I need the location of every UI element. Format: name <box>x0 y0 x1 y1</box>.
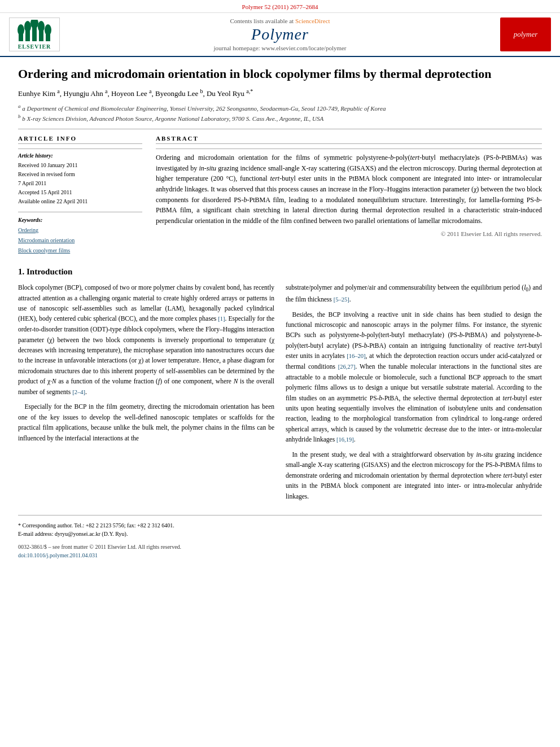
affiliations: a a Department of Chemical and Biomolecu… <box>18 103 542 123</box>
journal-header-center: Contents lists available at ScienceDirec… <box>71 18 489 51</box>
svg-point-9 <box>45 24 51 36</box>
keyword-ordering[interactable]: Ordering <box>18 225 142 235</box>
ref-16-19[interactable]: [16,19] <box>336 436 354 443</box>
intro-para-4: Besides, the BCP involving a reactive un… <box>286 309 542 445</box>
authors-line: Eunhye Kim a, Hyungju Ahn a, Hoyeon Lee … <box>18 88 542 98</box>
intro-col-left: Block copolymer (BCP), composed of two o… <box>18 282 274 506</box>
elsevier-logo: ELSEVIER <box>9 18 60 51</box>
sciencedirect-link-text[interactable]: ScienceDirect <box>295 18 330 24</box>
article-info-heading: ARTICLE INFO <box>18 135 142 144</box>
intro-para-1: Block copolymer (BCP), composed of two o… <box>18 282 274 397</box>
polymer-logo-text: polymer <box>514 30 538 39</box>
abstract-text: Ordering and microdomain orientation for… <box>156 152 542 226</box>
article-info-col: ARTICLE INFO Article history: Received 1… <box>18 135 142 256</box>
article-history: Article history: Received 10 January 201… <box>18 152 142 206</box>
sciencedirect-line: Contents lists available at ScienceDirec… <box>71 18 489 24</box>
sciencedirect-prefix: Contents lists available at <box>230 18 295 24</box>
received-revised-label: Received in revised form <box>18 170 142 179</box>
polymer-logo-container: polymer <box>489 18 551 51</box>
homepage-link: journal homepage: www.elsevier.com/locat… <box>71 45 489 51</box>
affiliation-a: a a Department of Chemical and Biomolecu… <box>18 103 542 113</box>
abstract-col: ABSTRACT Ordering and microdomain orient… <box>156 135 542 256</box>
keywords-label: Keywords: <box>18 217 142 223</box>
doi-line1: 0032-3861/$ – see front matter © 2011 El… <box>18 544 542 550</box>
svg-point-3 <box>24 21 31 32</box>
intro-body: Block copolymer (BCP), composed of two o… <box>18 282 542 506</box>
intro-para-2: Especially for the BCP in the film geome… <box>18 401 274 443</box>
main-content: Ordering and microdomain orientation in … <box>0 57 560 572</box>
footer-section: * Corresponding author. Tel.: +82 2 2123… <box>18 515 542 558</box>
ref-16-20[interactable]: [16–20] <box>347 353 365 359</box>
intro-col-right: substrate/polymer and polymer/air and co… <box>286 282 542 506</box>
info-abstract-container: ARTICLE INFO Article history: Received 1… <box>18 135 542 256</box>
abstract-heading: ABSTRACT <box>156 135 542 144</box>
ref-5-25[interactable]: [5–25] <box>334 296 349 303</box>
abstract-divider <box>156 148 542 149</box>
introduction-section: 1. Introduction Block copolymer (BCP), c… <box>18 267 542 506</box>
received-date: Received 10 January 2011 <box>18 161 142 170</box>
intro-para-5: In the present study, we deal with a str… <box>286 449 542 501</box>
journal-header: ELSEVIER Contents lists available at Sci… <box>0 13 560 57</box>
doi-line2: doi:10.1016/j.polymer.2011.04.031 <box>18 552 542 558</box>
accepted-date: Accepted 15 April 2011 <box>18 188 142 197</box>
elsevier-logo-container: ELSEVIER <box>9 18 71 51</box>
keyword-block-copolymer[interactable]: Block copolymer films <box>18 246 142 256</box>
ref-26-27[interactable]: [26,27] <box>338 364 356 370</box>
ref-1[interactable]: [1] <box>218 316 225 322</box>
affiliation-b: b b X-ray Sciences Division, Advanced Ph… <box>18 113 542 123</box>
keywords-divider <box>18 212 142 212</box>
available-online: Available online 22 April 2011 <box>18 197 142 206</box>
banner-text: Polymer 52 (2011) 2677–2684 <box>242 3 318 10</box>
keywords-section: Keywords: Ordering Microdomain orientati… <box>18 217 142 256</box>
keyword-microdomain[interactable]: Microdomain orientation <box>18 235 142 246</box>
journal-title: Polymer <box>71 25 489 43</box>
email-address: E-mail address: dyryu@yonsei.ac.kr (D.Y.… <box>18 530 542 538</box>
top-banner: Polymer 52 (2011) 2677–2684 <box>0 0 560 13</box>
section-title: 1. Introduction <box>18 267 542 277</box>
corresponding-author: * Corresponding author. Tel.: +82 2 2123… <box>18 521 542 530</box>
copyright-line: © 2011 Elsevier Ltd. All rights reserved… <box>156 230 542 237</box>
polymer-logo: polymer <box>500 18 551 51</box>
elsevier-text: ELSEVIER <box>18 43 51 50</box>
ref-2-4[interactable]: [2–4] <box>72 389 85 395</box>
received-revised-date: 7 April 2011 <box>18 179 142 188</box>
svg-point-5 <box>30 20 38 29</box>
header-divider <box>18 129 542 129</box>
history-label: Article history: <box>18 152 142 159</box>
article-title: Ordering and microdomain orientation in … <box>18 66 542 82</box>
svg-point-7 <box>38 21 45 32</box>
info-divider <box>18 148 142 149</box>
intro-para-3: substrate/polymer and polymer/air and co… <box>286 282 542 304</box>
svg-point-1 <box>18 24 24 36</box>
